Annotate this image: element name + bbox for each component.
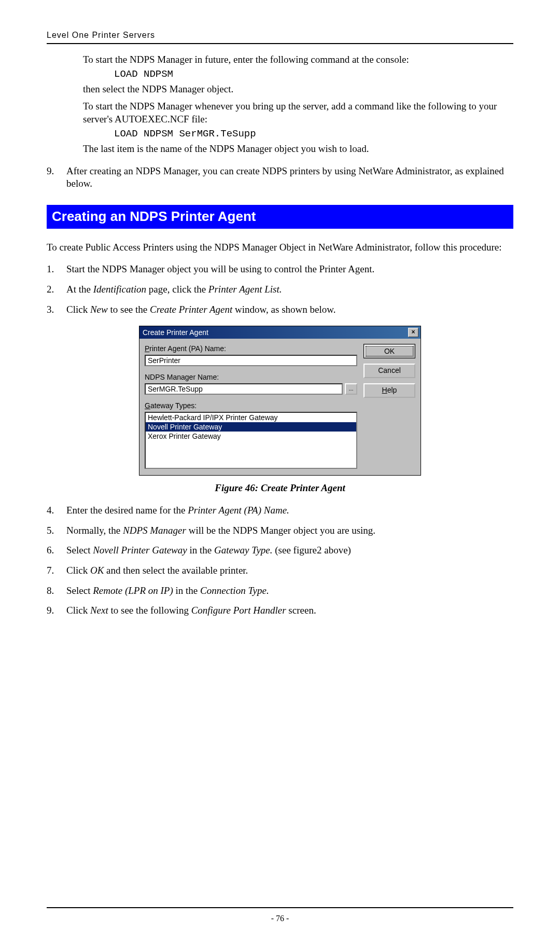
dialog-figure: Create Printer Agent × Printer Agent (PA… [139, 326, 421, 476]
step-list: 1.Start the NDPS Manager object you will… [47, 263, 513, 316]
figure-caption: Figure 46: Create Printer Agent [47, 482, 513, 495]
list-item: 6.Select Novell Printer Gateway in the G… [47, 544, 513, 557]
dialog-title: Create Printer Agent [143, 328, 408, 337]
dialog-button-column: OK Cancel Help [363, 344, 415, 469]
input-value: SerPrinter [148, 356, 180, 365]
field-label: Printer Agent (PA) Name: [145, 344, 357, 353]
dialog-body: Printer Agent (PA) Name: SerPrinter NDPS… [139, 339, 421, 476]
list-item: 5.Normally, the NDPS Manager will be the… [47, 524, 513, 537]
label-accel: G [145, 401, 150, 410]
dialog-left-column: Printer Agent (PA) Name: SerPrinter NDPS… [145, 344, 357, 469]
close-icon[interactable]: × [408, 328, 418, 337]
header-rule [47, 43, 513, 44]
step-text: Click OK and then select the available p… [66, 564, 513, 577]
continuation-block: To start the NDPS Manager in future, ent… [83, 53, 513, 156]
step-number: 9. [47, 165, 66, 178]
step-text: After creating an NDPS Manager, you can … [66, 165, 513, 190]
step-number: 6. [47, 544, 66, 557]
printer-agent-name-field: Printer Agent (PA) Name: SerPrinter [145, 344, 357, 366]
code-line: LOAD NDPSM [114, 68, 513, 81]
step-text: Click Next to see the following Configur… [66, 604, 513, 617]
step-number: 5. [47, 524, 66, 537]
body-text: then select the NDPS Manager object. [83, 83, 513, 96]
step-number: 2. [47, 283, 66, 296]
dialog-titlebar: Create Printer Agent × [139, 326, 421, 339]
intro-text: To create Public Access Printers using t… [47, 241, 513, 254]
list-item: 2.At the Identification page, click the … [47, 283, 513, 296]
gateway-types-listbox[interactable]: Hewlett-Packard IP/IPX Printer GatewayNo… [145, 412, 357, 469]
label-rest: ateway Types: [150, 401, 197, 410]
content-area: Level One Printer Servers To start the N… [47, 30, 513, 886]
label-accel: H [382, 386, 387, 394]
step-number: 4. [47, 504, 66, 517]
field-label: Gateway Types: [145, 401, 357, 410]
ndps-manager-input[interactable]: SerMGR.TeSupp [145, 383, 343, 395]
printer-agent-name-input[interactable]: SerPrinter [145, 355, 357, 366]
step-text: Normally, the NDPS Manager will be the N… [66, 524, 513, 537]
step-text: At the Identification page, click the Pr… [66, 283, 513, 296]
ndps-manager-field: NDPS Manager Name: SerMGR.TeSupp ... [145, 372, 357, 395]
step-text: Select Remote (LPR on IP) in the Connect… [66, 585, 513, 597]
code-line: LOAD NDPSM SerMGR.TeSupp [114, 128, 513, 141]
label-accel: P [145, 344, 149, 353]
label-rest: elp [387, 386, 397, 394]
help-button[interactable]: Help [363, 383, 415, 398]
ok-button[interactable]: OK [363, 344, 415, 358]
body-text: To start the NDPS Manager in future, ent… [83, 53, 513, 66]
create-printer-agent-dialog: Create Printer Agent × Printer Agent (PA… [139, 326, 421, 476]
body-text: To start the NDPS Manager whenever you b… [83, 100, 513, 126]
label-rest: rinter Agent (PA) Name: [149, 344, 226, 353]
step-text: Enter the desired name for the Printer A… [66, 504, 513, 517]
listbox-option[interactable]: Xerox Printer Gateway [146, 432, 356, 441]
step-list-cont: 9. After creating an NDPS Manager, you c… [47, 165, 513, 190]
list-item: 9.Click Next to see the following Config… [47, 604, 513, 617]
listbox-option[interactable]: Novell Printer Gateway [146, 422, 356, 432]
running-header: Level One Printer Servers [47, 30, 513, 41]
step-text: Start the NDPS Manager object you will b… [66, 263, 513, 276]
browse-button[interactable]: ... [345, 383, 357, 395]
step-number: 1. [47, 263, 66, 276]
list-item: 8.Select Remote (LPR on IP) in the Conne… [47, 585, 513, 597]
page-number: - 76 - [271, 914, 289, 923]
cancel-button[interactable]: Cancel [363, 364, 415, 378]
page-footer: - 76 - [47, 907, 513, 924]
body-text: The last item is the name of the NDPS Ma… [83, 143, 513, 156]
list-item: 3.Click New to see the Create Printer Ag… [47, 303, 513, 316]
button-label: OK [384, 345, 395, 357]
listbox-option[interactable]: Hewlett-Packard IP/IPX Printer Gateway [146, 413, 356, 422]
field-label: NDPS Manager Name: [145, 372, 357, 382]
step-number: 7. [47, 564, 66, 577]
list-item: 1.Start the NDPS Manager object you will… [47, 263, 513, 276]
list-item: 4.Enter the desired name for the Printer… [47, 504, 513, 517]
step-text: Click New to see the Create Printer Agen… [66, 303, 513, 316]
input-value: SerMGR.TeSupp [148, 384, 203, 394]
list-item: 9. After creating an NDPS Manager, you c… [47, 165, 513, 190]
step-number: 8. [47, 585, 66, 597]
page: Level One Printer Servers To start the N… [0, 0, 560, 945]
list-item: 7.Click OK and then select the available… [47, 564, 513, 577]
gateway-types-field: Gateway Types: Hewlett-Packard IP/IPX Pr… [145, 401, 357, 469]
step-list-b: 4.Enter the desired name for the Printer… [47, 504, 513, 617]
step-text: Select Novell Printer Gateway in the Gat… [66, 544, 513, 557]
step-number: 9. [47, 604, 66, 617]
step-number: 3. [47, 303, 66, 316]
section-heading: Creating an NDPS Printer Agent [47, 205, 513, 229]
